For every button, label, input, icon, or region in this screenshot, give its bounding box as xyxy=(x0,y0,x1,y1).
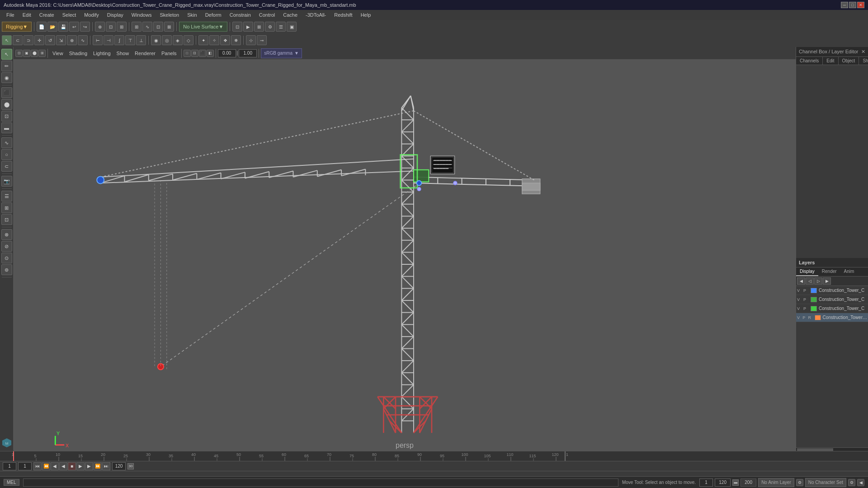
menu-file[interactable]: File xyxy=(3,11,18,19)
nurbs-curve-button[interactable]: ∿ xyxy=(1,137,12,148)
menu-constrain[interactable]: Constrain xyxy=(226,11,255,19)
layers-next2-button[interactable]: ▷ xyxy=(814,277,822,285)
paint-mode-button[interactable]: ✏ xyxy=(1,61,12,71)
render-layer-button[interactable]: ⊞ xyxy=(1,202,12,213)
channel-box-close-icon[interactable]: ✕ xyxy=(861,49,865,55)
close-button[interactable]: ✕ xyxy=(857,2,864,8)
char-set-settings-button[interactable]: ⚙ xyxy=(848,479,855,486)
blend-shape-button[interactable]: ◎ xyxy=(162,35,172,45)
layers-prev-button[interactable]: ◀ xyxy=(797,277,805,285)
render-settings-button[interactable]: ⚙ xyxy=(265,22,275,32)
layers-hscroll-thumb[interactable] xyxy=(797,448,833,451)
universal-tool-button[interactable]: ⊕ xyxy=(67,35,77,45)
joint-tool-button[interactable]: ⊢ xyxy=(93,35,103,45)
ik-handle-button[interactable]: ⊣ xyxy=(104,35,113,45)
insert-joint-button[interactable]: ⊤ xyxy=(125,35,135,45)
layers-tab-display[interactable]: Display xyxy=(796,267,818,276)
menu-control[interactable]: Control xyxy=(255,11,278,19)
menu-display[interactable]: Display xyxy=(104,11,127,19)
ik-spline-button[interactable]: ∫ xyxy=(114,35,124,45)
reroot-skeleton-button[interactable]: ⊥ xyxy=(136,35,146,45)
point-constraint-button[interactable]: ✦ xyxy=(198,35,208,45)
open-file-button[interactable]: 📂 xyxy=(47,22,57,32)
go-start-button[interactable]: ⏮ xyxy=(33,462,42,470)
mode-dropdown[interactable]: Rigging ▼ xyxy=(2,22,32,32)
camera-button[interactable]: 📷 xyxy=(1,176,12,187)
layers-hscroll[interactable] xyxy=(796,447,868,451)
graph-editor-button[interactable]: ⊘ xyxy=(1,241,12,252)
layers-tab-render[interactable]: Render xyxy=(818,267,840,276)
vp-value-field-1[interactable]: 0.00 xyxy=(218,49,236,57)
cb-tab-edit[interactable]: Edit xyxy=(823,57,838,65)
cb-tab-object[interactable]: Object xyxy=(839,57,859,65)
motion-path-button[interactable]: ⊸ xyxy=(257,35,267,45)
vp-menu-shading[interactable]: Shading xyxy=(66,50,90,57)
anim-layer-label[interactable]: No Anim Layer xyxy=(758,478,794,487)
cluster-deformer-button[interactable]: ◉ xyxy=(151,35,161,45)
cb-tab-channels[interactable]: Channels xyxy=(796,57,823,65)
paint-select-button[interactable]: ⊃ xyxy=(24,35,33,45)
timeline-ruler[interactable]: 1 5 10 15 20 25 30 35 40 45 50 xyxy=(0,451,868,461)
layer-v-4[interactable]: V xyxy=(797,315,802,320)
menu-deform[interactable]: Deform xyxy=(202,11,225,19)
parent-constraint-button[interactable]: ❅ xyxy=(231,35,241,45)
menu-windows[interactable]: Windows xyxy=(128,11,156,19)
poly-cube-button[interactable]: ⬛ xyxy=(1,87,12,98)
vp-menu-renderer[interactable]: Renderer xyxy=(132,50,158,57)
layers-tab-anim[interactable]: Anim xyxy=(840,267,858,276)
vp-smooth-button[interactable]: ⬤ xyxy=(31,50,38,57)
minimize-button[interactable]: ─ xyxy=(841,2,848,8)
mel-input[interactable] xyxy=(23,479,618,487)
save-file-button[interactable]: 💾 xyxy=(58,22,68,32)
anim-layer-button[interactable]: ⊡ xyxy=(1,214,12,225)
range-end-field-120[interactable]: 120 xyxy=(715,479,731,487)
layer-v-2[interactable]: V xyxy=(797,297,802,302)
cb-tab-show[interactable]: Show xyxy=(859,57,868,65)
snap-surface-button[interactable]: ⊠ xyxy=(164,22,174,32)
aim-constraint-button[interactable]: ⊹ xyxy=(246,35,256,45)
menu-create[interactable]: Create xyxy=(36,11,58,19)
dope-sheet-button[interactable]: ⊙ xyxy=(1,253,12,263)
render-sequence-button[interactable]: ▶ xyxy=(243,22,253,32)
snap-grid-button[interactable]: ⊞ xyxy=(132,22,142,32)
vp-texture-button[interactable]: ⊞ xyxy=(38,50,46,57)
play-back-button[interactable]: ◀ xyxy=(59,462,67,470)
menu-cache[interactable]: Cache xyxy=(279,11,301,19)
menu-select[interactable]: Select xyxy=(59,11,80,19)
sculpt-mode-button[interactable]: ◉ xyxy=(1,72,12,83)
scale-tool-button[interactable]: ⇲ xyxy=(56,35,66,45)
layers-next-button[interactable]: ▶ xyxy=(823,277,831,285)
viewport[interactable]: ⊡ ▣ ⬤ ⊞ View Shading Lighting Show Rende… xyxy=(14,47,796,451)
layer-row[interactable]: V P Construction_Tower_C xyxy=(796,295,868,304)
menu-modify[interactable]: Modify xyxy=(80,11,102,19)
hypershade-button[interactable]: ☰ xyxy=(276,22,286,32)
select-component-button[interactable]: ⊞ xyxy=(117,22,127,32)
layer-row-selected[interactable]: V P R Construction_Tower_Cran xyxy=(796,313,868,322)
poly-sphere-button[interactable]: ⬤ xyxy=(1,99,12,110)
poly-plane-button[interactable]: ▬ xyxy=(1,122,12,133)
layer-row[interactable]: V P Construction_Tower_C xyxy=(796,286,868,295)
menu-redshift[interactable]: Redshift xyxy=(330,11,356,19)
range-start-field[interactable]: 1 xyxy=(699,479,713,487)
soft-select-button[interactable]: ∿ xyxy=(78,35,88,45)
vp-smooth-shade-button[interactable]: ⬛ xyxy=(199,50,206,57)
lasso-tool-button[interactable]: ⊂ xyxy=(13,35,23,45)
vp-wire-button[interactable]: ▣ xyxy=(23,50,30,57)
nurbs-circle-button[interactable]: ○ xyxy=(1,149,12,160)
range-end-field-200[interactable]: 200 xyxy=(741,479,756,487)
end-frame-display[interactable]: 120 xyxy=(112,462,126,470)
snap-point-button[interactable]: ⊡ xyxy=(153,22,163,32)
paint-skin-button[interactable]: ◈ xyxy=(173,35,183,45)
layer-v-3[interactable]: V xyxy=(797,306,802,311)
go-end-button[interactable]: ⏭ xyxy=(102,462,110,470)
menu-skeleton[interactable]: Skeleton xyxy=(156,11,183,19)
layer-p-3[interactable]: P xyxy=(803,306,809,311)
snap-curve-button[interactable]: ∿ xyxy=(142,22,152,32)
next-frame-button[interactable]: ⏩ xyxy=(94,462,102,470)
layer-v-1[interactable]: V xyxy=(797,288,802,293)
current-frame-field[interactable]: 1 xyxy=(18,462,32,470)
layer-p-1[interactable]: P xyxy=(803,288,809,293)
select-tool-button[interactable]: ↖ xyxy=(2,35,12,45)
menu-skin[interactable]: Skin xyxy=(184,11,200,19)
vp-menu-lighting[interactable]: Lighting xyxy=(90,50,113,57)
